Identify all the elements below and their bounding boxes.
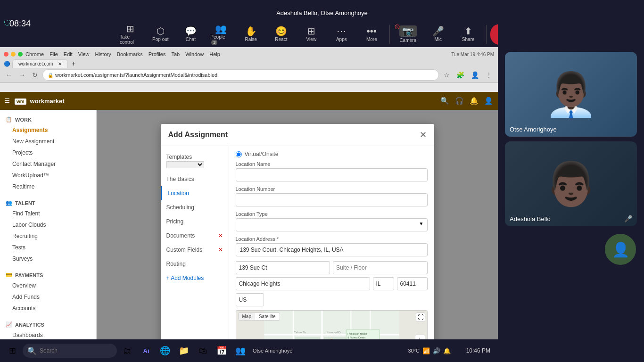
- search-icon[interactable]: 🔍: [440, 97, 449, 105]
- sidebar-item-find-talent[interactable]: Find Talent: [0, 208, 96, 219]
- menu-view[interactable]: View: [78, 51, 90, 57]
- modal-sidebar-documents[interactable]: Documents ✕: [161, 229, 229, 243]
- ai-button[interactable]: Ai: [138, 342, 155, 359]
- menu-edit[interactable]: Edit: [64, 51, 73, 57]
- windows-start-button[interactable]: ⊞: [4, 342, 21, 359]
- modal-sidebar-scheduling[interactable]: Scheduling: [161, 200, 229, 214]
- new-tab-button[interactable]: +: [72, 60, 75, 67]
- menu-chrome[interactable]: Chrome: [25, 51, 44, 57]
- menu-tab[interactable]: Tab: [171, 51, 180, 57]
- explorer-button[interactable]: 📁: [175, 342, 192, 359]
- sidebar-item-add-funds[interactable]: Add Funds: [0, 291, 96, 303]
- tab-close-icon[interactable]: ✕: [58, 61, 62, 66]
- more-button[interactable]: ••• More: [357, 25, 386, 44]
- city-input[interactable]: [236, 277, 370, 290]
- pop-out-button[interactable]: ⬡ Pop out: [146, 25, 174, 44]
- modal-sidebar-basics[interactable]: The Basics: [161, 172, 229, 186]
- menu-help[interactable]: Help: [209, 51, 220, 57]
- street-input[interactable]: [236, 261, 330, 274]
- calendar-button[interactable]: 📅: [213, 342, 230, 359]
- map-tab-satellite[interactable]: Satellite: [255, 313, 280, 320]
- sidebar-item-workupload[interactable]: WorkUpload™: [0, 170, 96, 181]
- map-tab-map[interactable]: Map: [239, 313, 255, 320]
- take-control-button[interactable]: ⊞ Take control: [116, 22, 144, 47]
- mac-maximize-button[interactable]: [18, 52, 23, 57]
- address-bar[interactable]: 🔒 workmarket.com/assignments/?launchAssi…: [42, 69, 439, 81]
- back-button[interactable]: ←: [4, 70, 14, 80]
- reload-button[interactable]: ↻: [30, 70, 40, 80]
- state-input[interactable]: [373, 277, 394, 290]
- taskbar-search[interactable]: 🔍: [23, 344, 117, 358]
- sidebar-item-recruiting[interactable]: Recruiting: [0, 230, 96, 242]
- sidebar-item-surveys[interactable]: Surveys: [0, 253, 96, 264]
- menu-file[interactable]: File: [50, 51, 58, 57]
- add-assignment-modal: Add Assignment ✕ Templates Th: [161, 124, 434, 339]
- apps-button[interactable]: ⋯ Apps: [327, 25, 355, 44]
- location-name-label: Location Name: [236, 161, 428, 167]
- notification-icon[interactable]: 🔔: [443, 347, 451, 354]
- map-fullscreen-button[interactable]: ⛶: [416, 313, 425, 322]
- people-button[interactable]: 👥 People 3: [206, 22, 235, 47]
- react-button[interactable]: 😊 React: [267, 25, 295, 44]
- sidebar-item-realtime[interactable]: Realtime: [0, 181, 96, 192]
- modal-sidebar-location[interactable]: Location: [161, 186, 229, 200]
- browser-menu-button[interactable]: ⋮: [484, 70, 494, 80]
- suite-input[interactable]: [333, 261, 428, 274]
- chat-button[interactable]: 💬 Chat: [176, 25, 205, 44]
- modal-sidebar-custom-fields[interactable]: Custom Fields ✕: [161, 243, 229, 257]
- sidebar-item-projects[interactable]: Projects: [0, 147, 96, 158]
- network-icon[interactable]: 📶: [422, 347, 430, 354]
- mac-minimize-button[interactable]: [11, 52, 16, 57]
- view-button[interactable]: ⊞ View: [297, 25, 325, 44]
- add-modules-button[interactable]: + Add Modules: [161, 271, 229, 285]
- forward-button[interactable]: →: [17, 70, 27, 80]
- menu-window[interactable]: Window: [185, 51, 204, 57]
- menu-bookmarks[interactable]: Bookmarks: [117, 51, 143, 57]
- virtual-onsite-radio[interactable]: [236, 151, 242, 157]
- modal-sidebar-templates[interactable]: Templates: [161, 150, 229, 172]
- zoom-in-button[interactable]: +: [415, 335, 425, 340]
- sidebar-item-labor-clouds[interactable]: Labor Clouds: [0, 219, 96, 230]
- menu-history[interactable]: History: [95, 51, 111, 57]
- user-icon[interactable]: 👤: [484, 97, 493, 105]
- headset-icon[interactable]: 🎧: [455, 97, 464, 105]
- notifications-icon[interactable]: 🔔: [470, 97, 479, 105]
- modal-close-button[interactable]: ✕: [420, 130, 427, 140]
- hamburger-icon[interactable]: ☰: [5, 98, 10, 104]
- modal-sidebar-pricing[interactable]: Pricing: [161, 214, 229, 229]
- sidebar-item-overview[interactable]: Overview: [0, 280, 96, 291]
- bookmark-button[interactable]: ☆: [442, 70, 452, 80]
- location-number-input[interactable]: [236, 193, 428, 206]
- country-input[interactable]: [236, 293, 264, 306]
- mac-close-button[interactable]: [4, 52, 8, 57]
- teams-button[interactable]: 👥: [232, 342, 249, 359]
- location-address-input[interactable]: [236, 243, 428, 256]
- store-button[interactable]: 🛍: [194, 342, 211, 359]
- street-suite-row: [236, 261, 428, 274]
- sidebar-item-dashboards[interactable]: Dashboards: [0, 329, 96, 339]
- templates-select[interactable]: [166, 161, 204, 168]
- sidebar-item-assignments[interactable]: Assignments: [0, 124, 96, 136]
- zip-input[interactable]: [397, 277, 428, 290]
- extensions-button[interactable]: 🧩: [454, 70, 466, 80]
- custom-fields-x-icon[interactable]: ✕: [218, 247, 223, 253]
- location-type-select[interactable]: [236, 218, 428, 231]
- raise-button[interactable]: ✋ Raise: [237, 25, 265, 44]
- modal-sidebar-routing[interactable]: Routing: [161, 257, 229, 271]
- sidebar-item-contact-manager[interactable]: Contact Manager: [0, 158, 96, 170]
- share-button[interactable]: ⬆ Share: [454, 25, 482, 44]
- search-input[interactable]: [40, 347, 112, 354]
- browser-tab-workmarket[interactable]: workmarket.com ✕: [12, 59, 68, 68]
- camera-button[interactable]: 📷 Camera 🚫: [394, 24, 422, 45]
- sidebar-item-new-assignment[interactable]: New Assignment: [0, 136, 96, 147]
- speaker-icon[interactable]: 🔊: [433, 347, 440, 354]
- profile-button[interactable]: 👤: [469, 70, 481, 80]
- sidebar-item-accounts[interactable]: Accounts: [0, 303, 96, 314]
- menu-profiles[interactable]: Profiles: [149, 51, 166, 57]
- task-view-button[interactable]: 🗂: [119, 342, 136, 359]
- sidebar-item-tests[interactable]: Tests: [0, 242, 96, 253]
- mic-button[interactable]: 🎤 Mic: [424, 25, 452, 44]
- location-name-input[interactable]: [236, 168, 428, 181]
- documents-x-icon[interactable]: ✕: [218, 232, 223, 239]
- edge-button[interactable]: 🌐: [157, 342, 173, 359]
